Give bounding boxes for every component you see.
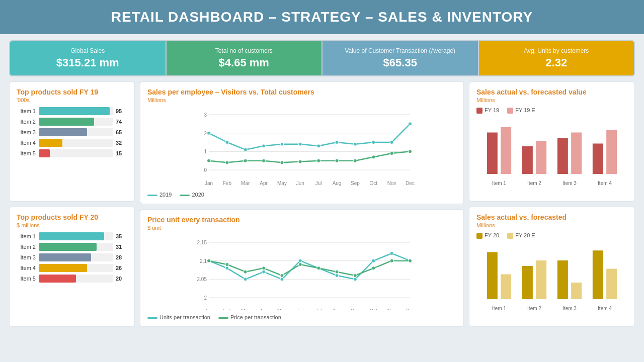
svg-text:Jun: Jun xyxy=(296,180,304,186)
svg-text:Item 3: Item 3 xyxy=(562,306,577,311)
svg-point-39 xyxy=(335,159,339,162)
svg-point-36 xyxy=(280,161,284,164)
svg-text:Jan: Jan xyxy=(205,180,213,186)
svg-rect-103 xyxy=(522,266,533,299)
svg-text:3: 3 xyxy=(204,112,207,118)
svg-rect-110 xyxy=(606,269,617,300)
svg-rect-92 xyxy=(536,141,546,174)
svg-point-29 xyxy=(372,141,375,144)
bar-track xyxy=(39,118,113,126)
bar-fill xyxy=(39,253,91,261)
bar-fill xyxy=(39,264,87,272)
bar-row: Item 4 26 xyxy=(17,264,127,272)
bar-label: Item 5 xyxy=(17,150,39,156)
svg-point-78 xyxy=(244,270,247,274)
kpi-value-0: $315.21 mm xyxy=(15,56,160,69)
fy20-top-products-panel: Top products sold FY 20 $ millions Item … xyxy=(9,207,135,327)
legend-item: FY 19 E xyxy=(507,107,535,114)
bar-fill xyxy=(39,139,62,147)
svg-point-37 xyxy=(298,160,302,163)
bar-value: 65 xyxy=(113,129,127,135)
svg-text:Nov: Nov xyxy=(387,308,396,310)
svg-text:Jul: Jul xyxy=(315,180,322,186)
svg-rect-109 xyxy=(593,250,603,299)
actual-fy19-subtitle: Millions xyxy=(476,97,627,103)
svg-text:Aug: Aug xyxy=(333,308,342,310)
bar-value: 32 xyxy=(113,140,127,146)
bar-track xyxy=(39,139,113,147)
bar-value: 20 xyxy=(113,276,127,282)
svg-point-80 xyxy=(280,274,284,278)
svg-text:May: May xyxy=(277,180,287,186)
kpi-label-2: Value of Customer Transaction (Average) xyxy=(328,47,473,54)
svg-text:May: May xyxy=(277,308,287,310)
svg-point-68 xyxy=(280,278,284,281)
fy20-panel-subtitle: $ millions xyxy=(17,222,127,228)
bar-value: 35 xyxy=(113,233,127,239)
svg-point-84 xyxy=(353,274,357,278)
bar-value: 28 xyxy=(113,254,127,260)
price-unit-subtitle: $ unit xyxy=(147,225,456,231)
actual-fy20-title: Sales actual vs. forecasted xyxy=(476,213,627,221)
bar-value: 26 xyxy=(113,265,127,271)
bar-label: Item 4 xyxy=(17,140,39,146)
fy19-panel-title: Top products sold FY 19 xyxy=(17,88,127,96)
main-content: Global Sales $315.21 mm Total no of cust… xyxy=(0,34,644,333)
bar-label: Item 3 xyxy=(17,129,39,135)
svg-rect-97 xyxy=(593,144,603,174)
bar-label: Item 3 xyxy=(17,254,39,260)
svg-point-83 xyxy=(335,270,339,274)
svg-point-73 xyxy=(372,259,375,262)
kpi-row: Global Sales $315.21 mm Total no of cust… xyxy=(9,40,635,76)
bar-fill xyxy=(39,149,50,157)
svg-point-71 xyxy=(335,274,339,278)
sales-actual-fy19-panel: Sales actual vs. forecasted value Millio… xyxy=(469,81,635,202)
svg-point-22 xyxy=(244,148,247,151)
svg-rect-89 xyxy=(501,127,511,174)
legend-item: 2019 xyxy=(147,192,172,198)
svg-text:Mar: Mar xyxy=(241,308,250,310)
middle-column: Sales per employee – Visitors vs. Total … xyxy=(140,81,464,327)
svg-point-28 xyxy=(353,142,357,146)
svg-point-79 xyxy=(262,266,266,270)
svg-text:Item 2: Item 2 xyxy=(527,180,541,186)
svg-rect-100 xyxy=(487,252,498,300)
svg-point-66 xyxy=(244,278,247,281)
fy19-panel-subtitle: '000s xyxy=(17,97,127,103)
svg-text:Nov: Nov xyxy=(387,180,396,186)
price-unit-panel: Price unit every transaction $ unit 22.0… xyxy=(140,209,464,327)
bar-track xyxy=(39,107,113,115)
actual-fy20-subtitle: Millions xyxy=(476,222,627,228)
fy19-grouped-chart: Item 1Item 2Item 3Item 4 xyxy=(476,114,627,189)
svg-point-65 xyxy=(225,266,229,270)
svg-text:Item 4: Item 4 xyxy=(598,306,612,311)
svg-point-43 xyxy=(409,150,412,153)
bar-value: 74 xyxy=(113,119,127,125)
svg-text:Dec: Dec xyxy=(406,308,415,310)
bar-track xyxy=(39,128,113,136)
svg-text:0: 0 xyxy=(204,167,207,173)
svg-point-72 xyxy=(353,278,357,281)
svg-point-34 xyxy=(244,159,247,162)
svg-point-67 xyxy=(262,270,266,274)
svg-point-40 xyxy=(353,159,357,162)
svg-point-32 xyxy=(207,159,211,162)
bar-row: Item 3 65 xyxy=(17,128,127,136)
kpi-value-3: 2.32 xyxy=(484,56,629,69)
svg-rect-98 xyxy=(606,130,617,174)
sales-per-employee-panel: Sales per employee – Visitors vs. Total … xyxy=(140,81,464,204)
bar-row: Item 1 35 xyxy=(17,232,127,240)
bar-label: Item 4 xyxy=(17,265,39,271)
svg-rect-106 xyxy=(557,260,568,299)
price-unit-chart: 22.052.12.15JanFebMarAprMayJunJulAugSepO… xyxy=(147,235,456,310)
content-row: Top products sold FY 19 '000s Item 1 95 … xyxy=(9,81,635,327)
bar-row: Item 1 95 xyxy=(17,107,127,115)
svg-point-87 xyxy=(409,259,412,262)
kpi-value-1: $4.65 mm xyxy=(172,56,317,69)
bar-value: 95 xyxy=(113,108,127,114)
svg-point-20 xyxy=(207,131,211,135)
right-column: Sales actual vs. forecasted value Millio… xyxy=(469,81,635,327)
svg-text:Apr: Apr xyxy=(260,180,268,186)
bar-label: Item 2 xyxy=(17,244,39,250)
legend-item: 2020 xyxy=(180,192,204,198)
